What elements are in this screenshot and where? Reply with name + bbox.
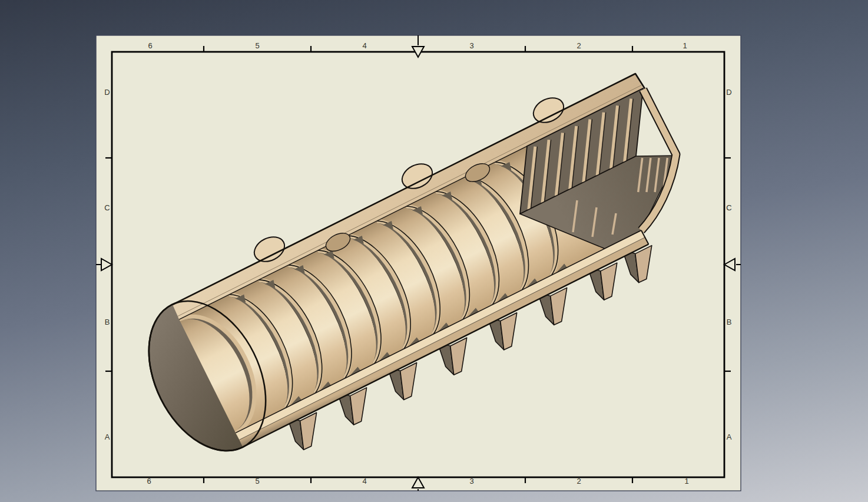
zone-label-bottom-4: 4 bbox=[362, 477, 366, 485]
zone-label-right-d: D bbox=[726, 88, 731, 96]
zone-label-left-d: D bbox=[104, 88, 110, 96]
zone-label-right-a: A bbox=[727, 433, 732, 441]
zone-label-bottom-2: 2 bbox=[577, 477, 581, 485]
application-viewport: 6 5 4 3 2 1 6 5 4 3 2 1 D C B A D C B A bbox=[0, 0, 868, 502]
zone-label-right-c: C bbox=[726, 204, 731, 212]
zone-label-top-6: 6 bbox=[148, 42, 152, 49]
zone-label-bottom-5: 5 bbox=[255, 477, 259, 485]
zone-label-bottom-6: 6 bbox=[147, 477, 151, 485]
zone-label-top-2: 2 bbox=[577, 42, 581, 49]
zone-label-left-b: B bbox=[105, 318, 110, 326]
zone-label-top-1: 1 bbox=[683, 42, 687, 49]
zone-label-bottom-3: 3 bbox=[469, 477, 473, 485]
zone-label-top-3: 3 bbox=[469, 42, 473, 49]
drawing-canvas[interactable] bbox=[0, 0, 868, 502]
zone-label-left-a: A bbox=[105, 433, 110, 441]
zone-label-right-b: B bbox=[727, 318, 732, 326]
zone-label-top-4: 4 bbox=[362, 42, 366, 49]
zone-label-top-5: 5 bbox=[255, 42, 259, 49]
zone-label-left-c: C bbox=[104, 204, 110, 212]
zone-label-bottom-1: 1 bbox=[684, 477, 688, 485]
